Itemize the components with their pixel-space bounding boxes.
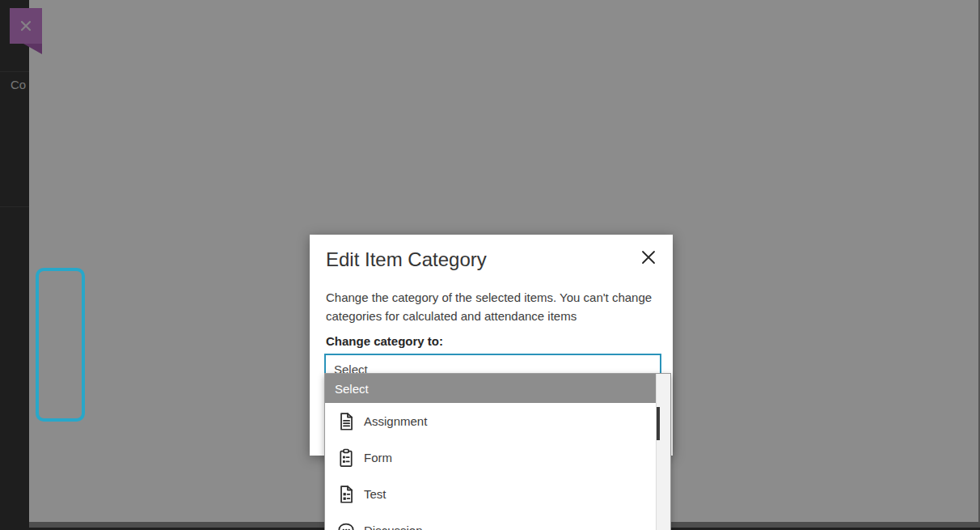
change-category-label: Change category to:: [326, 334, 443, 348]
dropdown-option-label: Select: [335, 382, 369, 396]
dropdown-option-discussion[interactable]: Discussion: [325, 512, 657, 530]
dropdown-option-select[interactable]: Select: [325, 374, 667, 403]
dropdown-option-label: Form: [364, 451, 392, 464]
assignment-icon: [336, 411, 357, 432]
dropdown-scrollbar-thumb[interactable]: [657, 407, 660, 440]
dropdown-option-form[interactable]: Form: [325, 439, 657, 476]
dropdown-option-assignment[interactable]: Assignment: [325, 403, 657, 439]
test-icon: [336, 484, 357, 505]
dialog-description: Change the category of the selected item…: [326, 288, 659, 326]
selected-rows-highlight: [36, 268, 85, 422]
dropdown-option-label: Test: [364, 487, 387, 501]
dropdown-option-label: Discussion: [364, 524, 423, 530]
dropdown-option-label: Assignment: [364, 414, 427, 428]
discussion-icon: [336, 520, 357, 530]
form-icon: [336, 447, 357, 469]
item-management-page: Co Introduction to Humanities 1102 Item …: [0, 0, 980, 530]
category-dropdown-list: SelectAssignmentFormTestDiscussion: [324, 373, 671, 530]
dialog-title: Edit Item Category: [326, 248, 487, 271]
close-icon[interactable]: [639, 248, 658, 267]
dropdown-scrollbar-track[interactable]: [656, 374, 670, 530]
dropdown-option-test[interactable]: Test: [325, 476, 657, 512]
